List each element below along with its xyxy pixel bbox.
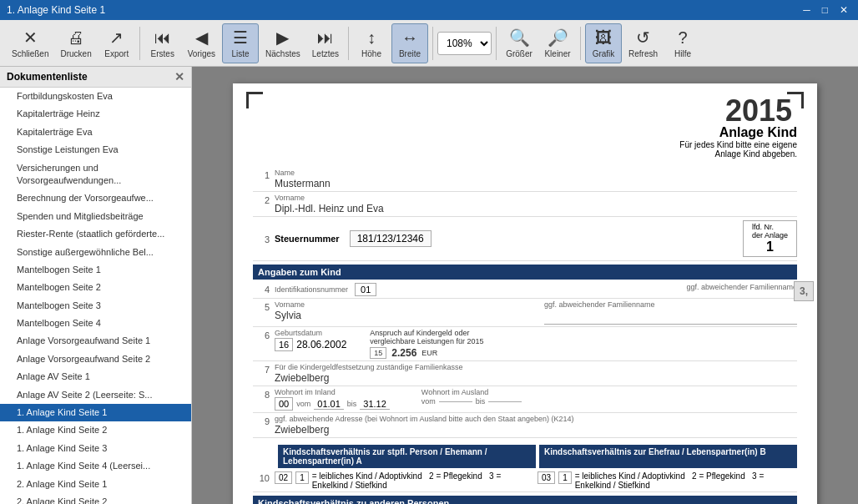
steuernummer-label: Steuernummer bbox=[275, 234, 340, 244]
refresh-button[interactable]: ↺ Refresh bbox=[623, 23, 663, 63]
kind-a-desc: = leibliches Kind / Adoptivkind 2 = Pfle… bbox=[312, 471, 534, 490]
first-icon: ⏮ bbox=[154, 28, 171, 48]
width-icon: ↔ bbox=[401, 28, 418, 48]
first-button[interactable]: ⏮ Erstes bbox=[144, 23, 181, 63]
bigger-button[interactable]: 🔍 Größer bbox=[501, 23, 538, 63]
last-icon: ⏭ bbox=[317, 28, 334, 48]
title-bar: 1. Anlage Kind Seite 1 ─ □ ✕ bbox=[0, 0, 858, 20]
export-button[interactable]: ↗ Export bbox=[98, 23, 135, 63]
close-icon: ✕ bbox=[23, 28, 38, 48]
print-icon: 🖨 bbox=[68, 28, 84, 48]
ausland-from bbox=[439, 401, 472, 402]
wohnort-from-val: 00 bbox=[275, 397, 293, 411]
wohnort-inland-label: Wohnort im Inland bbox=[275, 388, 390, 396]
last-button[interactable]: ⏭ Letztes bbox=[307, 23, 344, 63]
row-num-3: 3 bbox=[253, 233, 270, 244]
sidebar-list: Fortbildungskosten EvaKapitalerträge Hei… bbox=[0, 88, 191, 504]
angaben-kind-header: Angaben zum Kind bbox=[253, 265, 797, 280]
doc-year: 2015 bbox=[725, 93, 792, 129]
form-row-6: 6 Geburtsdatum 16 28.06.2002 Anspruch au… bbox=[253, 327, 797, 361]
birth-day: 16 bbox=[275, 338, 293, 351]
lfd-nr-value: 1 bbox=[766, 239, 774, 255]
bis-label: bis bbox=[347, 400, 357, 408]
close-button[interactable]: ✕ bbox=[836, 4, 851, 16]
separator-4 bbox=[496, 27, 497, 60]
row-num-9: 9 bbox=[253, 415, 270, 426]
row2-label: Vorname bbox=[275, 194, 797, 202]
prev-button[interactable]: ◀ Voriges bbox=[183, 23, 220, 63]
list-button[interactable]: ☰ Liste bbox=[222, 23, 259, 63]
form-row-3: 3 Steuernummer 181/123/12346 lfd. Nr.der… bbox=[253, 217, 797, 261]
sidebar-item[interactable]: Fortbildungskosten Eva bbox=[0, 88, 191, 105]
sidebar-item[interactable]: Mantelbogen Seite 2 bbox=[0, 279, 191, 296]
sidebar-item[interactable]: Mantelbogen Seite 1 bbox=[0, 261, 191, 279]
export-icon: ↗ bbox=[109, 28, 124, 48]
sidebar-item[interactable]: Berechnung der Vorsorgeaufwe... bbox=[0, 189, 191, 207]
graphic-icon: 🖼 bbox=[595, 28, 612, 48]
sidebar-item[interactable]: Anlage Vorsorgeaufwand Seite 1 bbox=[0, 332, 191, 350]
smaller-button[interactable]: 🔎 Kleiner bbox=[539, 23, 576, 63]
next-icon: ▶ bbox=[276, 28, 289, 48]
doc-page: 2015 Anlage Kind Für jedes Kind bitte ei… bbox=[233, 83, 817, 504]
sidebar-item[interactable]: Anlage AV Seite 1 bbox=[0, 368, 191, 386]
doc-area: 2015 Anlage Kind Für jedes Kind bitte ei… bbox=[192, 67, 858, 504]
kind-b-desc: = leibliches Kind / Adoptivkind 2 = Pfle… bbox=[575, 471, 797, 490]
help-button[interactable]: ? Hilfe bbox=[664, 23, 701, 63]
sidebar-item[interactable]: Riester-Rente (staatlich geförderte... bbox=[0, 225, 191, 243]
birth-date: 28.06.2002 bbox=[296, 339, 346, 350]
print-button[interactable]: 🖨 Drucken bbox=[55, 23, 96, 63]
anlage-title: Anlage Kind bbox=[664, 125, 797, 140]
wohnort-to-date: 31.12 bbox=[360, 399, 390, 410]
sidebar-item[interactable]: 2. Anlage Kind Seite 2 bbox=[0, 493, 191, 504]
sidebar-item[interactable]: Kapitalerträge Eva bbox=[0, 123, 191, 141]
zoom-select[interactable]: 108% 75% 100% 125% 150% bbox=[437, 32, 492, 55]
row-num-4: 4 bbox=[253, 283, 270, 295]
ausland-to bbox=[488, 401, 522, 402]
sidebar-item[interactable]: 1. Anlage Kind Seite 4 (Leersei... bbox=[0, 457, 191, 475]
sidebar-item[interactable]: Mantelbogen Seite 3 bbox=[0, 297, 191, 315]
sidebar-item[interactable]: Sonstige Leistungen Eva bbox=[0, 141, 191, 159]
prev-icon: ◀ bbox=[195, 28, 208, 48]
bis-label2: bis bbox=[476, 397, 486, 406]
anlage-subtitle: Für jedes Kind bitte eine eigene Anlage … bbox=[664, 140, 797, 159]
sidebar-item[interactable]: Spenden und Mitgliedsbeiträge bbox=[0, 208, 191, 225]
sidebar-item[interactable]: Versicherungen und Vorsorgeaufwendungen.… bbox=[0, 159, 191, 190]
sidebar-item[interactable]: 1. Anlage Kind Seite 2 bbox=[0, 421, 191, 439]
abw-adresse-label: ggf. abweichende Adresse (bei Wohnort im… bbox=[275, 415, 797, 423]
form-row-7: 7 Für die Kindergeldfestsetzung zuständi… bbox=[253, 361, 797, 386]
height-icon: ↕ bbox=[367, 28, 376, 48]
kind-a-val1: 02 bbox=[275, 471, 292, 484]
window-controls: ─ □ ✕ bbox=[800, 4, 851, 16]
corner-tl bbox=[246, 92, 263, 108]
row-num-8: 8 bbox=[253, 388, 270, 400]
row-num-box-3: 3, bbox=[794, 281, 814, 301]
separator-5 bbox=[580, 27, 581, 60]
vorname-kind-value: Sylvia bbox=[275, 310, 527, 321]
row2-value: Dipl.-Hdl. Heinz und Eva bbox=[275, 203, 797, 214]
famkasse-label: Für die Kindergeldfestsetzung zuständige… bbox=[275, 363, 797, 371]
height-button[interactable]: ↕ Höhe bbox=[353, 23, 390, 63]
close-button[interactable]: ✕ Schließen bbox=[7, 23, 53, 63]
kindschaft-andere-header: Kindschaftsverhältnis zu anderen Persone… bbox=[253, 496, 797, 504]
maximize-button[interactable]: □ bbox=[819, 4, 831, 16]
sidebar-item[interactable]: 1. Anlage Kind Seite 1 bbox=[0, 404, 191, 421]
next-button[interactable]: ▶ Nächstes bbox=[260, 23, 305, 63]
sidebar-item[interactable]: Kapitalerträge Heinz bbox=[0, 105, 191, 123]
lfd-nr-box: lfd. Nr.der Anlage 1 bbox=[743, 220, 797, 257]
vom-label2: vom bbox=[421, 397, 436, 406]
sidebar-close-button[interactable]: ✕ bbox=[174, 70, 184, 83]
width-button[interactable]: ↔ Breite bbox=[391, 23, 428, 63]
sidebar-item[interactable]: Sonstige außergewöhnliche Bel... bbox=[0, 244, 191, 261]
sidebar-header: Dokumentenliste ✕ bbox=[0, 67, 191, 88]
sidebar-item[interactable]: 1. Anlage Kind Seite 3 bbox=[0, 440, 191, 457]
sidebar-item[interactable]: Anlage Vorsorgeaufwand Seite 2 bbox=[0, 350, 191, 368]
form-row-10-headers: Kindschaftsverhältnis zur stpfl. Person … bbox=[253, 441, 797, 470]
sidebar-item[interactable]: Anlage AV Seite 2 (Leerseite: S... bbox=[0, 386, 191, 404]
minimize-button[interactable]: ─ bbox=[800, 4, 814, 16]
graphic-button[interactable]: 🖼 Grafik bbox=[585, 23, 622, 63]
sidebar-item[interactable]: Mantelbogen Seite 4 bbox=[0, 315, 191, 332]
sidebar-item[interactable]: 2. Anlage Kind Seite 1 bbox=[0, 476, 191, 493]
ggf-fam-value bbox=[544, 310, 797, 325]
form-row-10: 10 02 1 = leibliches Kind / Adoptivkind … bbox=[253, 470, 797, 492]
sidebar: Dokumentenliste ✕ Fortbildungskosten Eva… bbox=[0, 67, 192, 504]
